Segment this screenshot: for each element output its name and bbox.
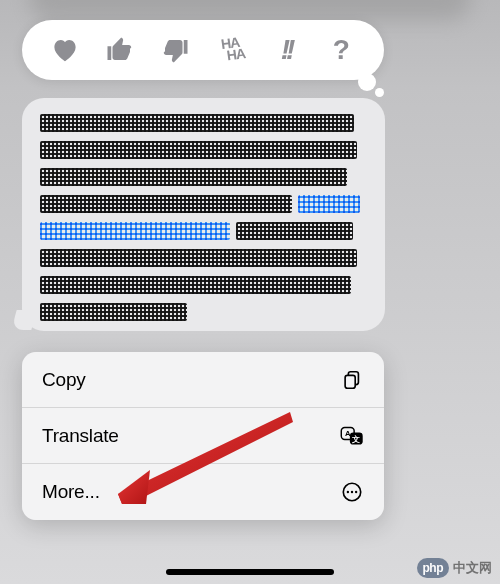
menu-item-more[interactable]: More... <box>22 464 384 520</box>
redacted-text-line <box>40 141 357 159</box>
exclaim-icon: !! <box>281 34 292 66</box>
haha-icon: HA HA <box>216 36 245 63</box>
redacted-text-line-highlighted <box>40 222 230 240</box>
home-indicator[interactable] <box>166 569 334 575</box>
reactions-bar-tail-small <box>375 88 384 97</box>
menu-item-translate[interactable]: Translate A 文 <box>22 408 384 464</box>
question-icon: ? <box>333 34 350 66</box>
svg-rect-1 <box>345 375 355 388</box>
watermark: php 中文网 <box>417 558 493 578</box>
heart-icon <box>50 35 80 65</box>
thumbs-down-icon <box>160 35 190 65</box>
redacted-text-line <box>40 195 292 213</box>
reaction-question[interactable]: ? <box>320 29 362 71</box>
thumbs-up-icon <box>105 35 135 65</box>
menu-item-label: More... <box>42 481 100 503</box>
menu-item-label: Translate <box>42 425 119 447</box>
watermark-text: 中文网 <box>453 559 492 577</box>
redacted-text-line <box>40 276 351 294</box>
reaction-exclaim[interactable]: !! <box>265 29 307 71</box>
reaction-haha[interactable]: HA HA <box>210 29 252 71</box>
redacted-text-line <box>236 222 354 240</box>
message-bubble[interactable] <box>22 98 385 331</box>
blurred-background-element <box>30 0 470 20</box>
reaction-thumbs-up[interactable] <box>99 29 141 71</box>
copy-icon <box>340 368 364 392</box>
context-menu: Copy Translate A 文 More... <box>22 352 384 520</box>
redacted-text-line <box>40 303 187 321</box>
menu-item-label: Copy <box>42 369 86 391</box>
watermark-badge: php <box>417 558 450 578</box>
redacted-text-line-highlighted <box>298 195 360 213</box>
reaction-thumbs-down[interactable] <box>154 29 196 71</box>
redacted-text-line <box>40 249 357 267</box>
svg-text:文: 文 <box>351 434 360 443</box>
more-icon <box>340 480 364 504</box>
reaction-heart[interactable] <box>44 29 86 71</box>
svg-point-7 <box>347 491 349 493</box>
reactions-bar: HA HA !! ? <box>22 20 384 80</box>
menu-item-copy[interactable]: Copy <box>22 352 384 408</box>
translate-icon: A 文 <box>340 424 364 448</box>
redacted-text-line <box>40 114 354 132</box>
reactions-bar-tail <box>358 73 376 91</box>
svg-point-9 <box>355 491 357 493</box>
svg-point-8 <box>351 491 353 493</box>
redacted-text-line <box>40 168 347 186</box>
